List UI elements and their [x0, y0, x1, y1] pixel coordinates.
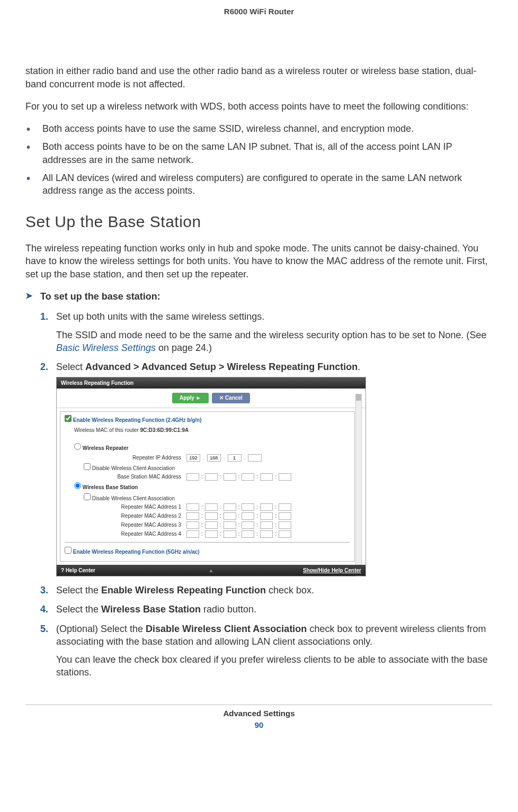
- disable-assoc-checkbox-2[interactable]: [84, 493, 91, 500]
- show-hide-help-link[interactable]: Show/Hide Help Center: [303, 567, 361, 574]
- page-footer: Advanced Settings 90: [25, 705, 493, 731]
- mac-seg-input[interactable]: [186, 473, 199, 481]
- mac-seg-input[interactable]: [224, 503, 236, 511]
- mac-seg-input[interactable]: [205, 503, 218, 511]
- mac-seg-input[interactable]: [224, 521, 236, 529]
- text: radio button.: [201, 604, 256, 615]
- step-item: 2. Select Advanced > Advanced Setup > Wi…: [40, 360, 493, 576]
- ui-element-name: Disable Wireless Client Association: [146, 624, 307, 634]
- wireless-repeater-label: Wireless Repeater: [83, 445, 129, 451]
- enable-5-checkbox[interactable]: [65, 547, 72, 554]
- text: .: [358, 362, 360, 372]
- help-center-label[interactable]: ? Help Center: [61, 567, 95, 574]
- divider: [65, 542, 350, 543]
- conditions-list: Both access points have to use the same …: [25, 122, 493, 197]
- repeater-ip-label: Repeater IP Address: [84, 454, 184, 462]
- ip-octet-input[interactable]: [207, 454, 221, 462]
- mac-seg-input[interactable]: [242, 530, 254, 538]
- step-number: 3.: [40, 584, 48, 597]
- mac-seg-input[interactable]: [186, 530, 199, 538]
- repeater-radio-row: Wireless Repeater: [74, 443, 350, 452]
- enable-24-label: Enable Wireless Repeating Function (2.4G…: [73, 417, 202, 423]
- disable-assoc-row-2: Disable Wireless Client Association: [84, 493, 350, 502]
- mac-seg-input[interactable]: [279, 473, 291, 481]
- scroll-thumb[interactable]: [356, 394, 361, 401]
- wireless-base-station-radio[interactable]: [74, 482, 81, 489]
- router-ui-screenshot: Wireless Repeating Function Apply ► ✕ Ca…: [56, 377, 366, 577]
- dot-separator: .: [223, 454, 226, 462]
- mac-seg-input[interactable]: [205, 530, 218, 538]
- step-number: 5.: [40, 622, 48, 635]
- rep-mac-3-row: Repeater MAC Address 3 :::::: [84, 521, 350, 529]
- mac-seg-input[interactable]: [186, 503, 199, 511]
- mac-seg-input[interactable]: [279, 503, 291, 511]
- mac-seg-input[interactable]: [224, 473, 236, 481]
- ip-octet-input[interactable]: [186, 454, 200, 462]
- mac-seg-input[interactable]: [260, 521, 273, 529]
- mac-seg-input[interactable]: [186, 521, 199, 529]
- step-text: Set up both units with the same wireless…: [56, 311, 264, 322]
- disable-assoc-checkbox[interactable]: [84, 463, 91, 470]
- enable-24-row: Enable Wireless Repeating Function (2.4G…: [65, 415, 350, 424]
- rep-mac-1-row: Repeater MAC Address 1 :::::: [84, 503, 350, 511]
- mac-seg-input[interactable]: [186, 512, 199, 520]
- mac-seg-input[interactable]: [242, 503, 254, 511]
- ip-octet-input[interactable]: [228, 454, 242, 462]
- cross-reference-link[interactable]: Basic Wireless Settings: [56, 342, 156, 353]
- mac-seg-input[interactable]: [242, 521, 254, 529]
- expand-icon[interactable]: ▲: [209, 567, 214, 574]
- base-station-radio-row: Wireless Base Station: [74, 482, 350, 491]
- enable-5-label: Enable Wireless Repeating Function (5GHz…: [73, 549, 200, 555]
- list-item: All LAN devices (wired and wireless comp…: [25, 172, 493, 197]
- mac-seg-input[interactable]: [205, 521, 218, 529]
- enable-24-checkbox[interactable]: [65, 415, 72, 422]
- step-number: 4.: [40, 603, 48, 616]
- step-number: 1.: [40, 310, 48, 323]
- footer-page-number: 90: [25, 720, 493, 730]
- step-body: You can leave the check box cleared if y…: [56, 653, 493, 679]
- paragraph: For you to set up a wireless network wit…: [25, 100, 493, 113]
- apply-button[interactable]: Apply ►: [172, 393, 208, 403]
- step-item: 5. (Optional) Select the Disable Wireles…: [40, 622, 493, 679]
- rep-mac-2-label: Repeater MAC Address 2: [84, 512, 184, 520]
- mac-seg-input[interactable]: [224, 530, 236, 538]
- ip-octet-input[interactable]: [248, 454, 262, 462]
- rep-mac-4-label: Repeater MAC Address 4: [84, 530, 184, 538]
- mac-seg-input[interactable]: [242, 473, 254, 481]
- base-mac-row: Base Station MAC Address :::::: [84, 473, 350, 481]
- repeater-ip-row: Repeater IP Address . . .: [84, 454, 350, 462]
- step-item: 1. Set up both units with the same wirel…: [40, 310, 493, 354]
- mac-seg-input[interactable]: [224, 512, 236, 520]
- scrollbar[interactable]: [355, 394, 362, 577]
- ui-element-name: Wireless Base Station: [101, 604, 201, 615]
- mac-seg-input[interactable]: [279, 512, 291, 520]
- wireless-base-station-label: Wireless Base Station: [83, 484, 138, 490]
- step-number: 2.: [40, 360, 48, 373]
- cancel-button[interactable]: ✕ Cancel: [212, 393, 250, 403]
- mac-seg-input[interactable]: [260, 512, 273, 520]
- mac-seg-input[interactable]: [260, 473, 273, 481]
- rep-mac-2-row: Repeater MAC Address 2 :::::: [84, 512, 350, 520]
- rep-mac-3-label: Repeater MAC Address 3: [84, 521, 184, 529]
- rep-mac-1-label: Repeater MAC Address 1: [84, 503, 184, 511]
- mac-seg-input[interactable]: [260, 503, 273, 511]
- mac-seg-input[interactable]: [279, 530, 291, 538]
- text: on page 24.): [156, 342, 212, 353]
- text: Select: [56, 362, 85, 372]
- mac-value: 9C:D3:6D:99:C1:9A: [140, 427, 189, 433]
- paragraph: station in either radio band and use the…: [25, 65, 493, 91]
- procedure-title: To set up the base station:: [25, 290, 493, 303]
- router-footer: ? Help Center ▲ Show/Hide Help Center: [57, 565, 365, 576]
- step-item: 3. Select the Enable Wireless Repeating …: [40, 584, 493, 597]
- router-panel: Enable Wireless Repeating Function (2.4G…: [60, 411, 355, 562]
- footer-section-name: Advanced Settings: [25, 708, 493, 719]
- router-button-row: Apply ► ✕ Cancel: [57, 389, 365, 408]
- mac-seg-input[interactable]: [242, 512, 254, 520]
- wireless-repeater-radio[interactable]: [74, 443, 81, 450]
- mac-seg-input[interactable]: [205, 473, 218, 481]
- doc-header-title: R6000 WiFi Router: [25, 6, 493, 17]
- mac-seg-input[interactable]: [260, 530, 273, 538]
- paragraph: The wireless repeating function works on…: [25, 242, 493, 281]
- mac-seg-input[interactable]: [205, 512, 218, 520]
- mac-seg-input[interactable]: [279, 521, 291, 529]
